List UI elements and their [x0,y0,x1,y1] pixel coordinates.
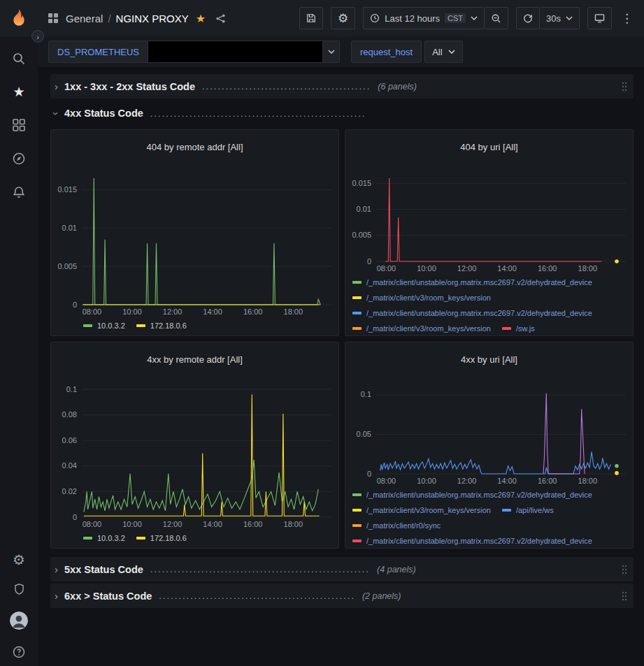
series-swatch-icon [352,493,362,496]
row-4xx[interactable]: › 4xx Status Code ......................… [50,103,634,124]
time-range-picker[interactable]: Last 12 hours CST [363,7,485,29]
chart-legend: 10.0.3.2172.18.0.6 [51,317,338,335]
breadcrumb-separator: / [108,13,110,24]
row-drag-handle-icon[interactable] [621,81,629,92]
legend-item[interactable]: 172.18.0.6 [136,531,187,545]
legend-item[interactable]: /api/live/ws [502,503,554,517]
favorite-star-icon[interactable]: ★ [196,12,206,25]
row-drag-handle-icon[interactable] [621,564,629,575]
timeseries-chart[interactable]: 00.0050.010.01508:0010:0012:0014:0016:00… [345,165,633,274]
explore-compass-icon[interactable] [12,152,26,166]
timezone-badge: CST [445,13,466,23]
chart-legend: 10.0.3.2172.18.0.6 [51,530,338,548]
legend-item[interactable]: 10.0.3.2 [83,319,125,333]
variable-ds-prometheus: DS_PROMETHEUS [48,41,340,63]
svg-text:08:00: 08:00 [83,520,102,528]
row-leader-dots: ........................................… [150,108,366,119]
svg-text:08:00: 08:00 [377,477,396,485]
series-name: /_matrix/client/v3/room_keys/version [366,506,491,514]
svg-text:0.015: 0.015 [57,184,77,193]
sidebar-expand-arrow[interactable]: › [31,30,44,43]
series-swatch-icon [352,524,362,527]
panel-title[interactable]: 404 by uri [All] [345,138,633,157]
series-swatch-icon [352,540,362,542]
chart-canvas: 00.0050.010.01508:0010:0012:0014:0016:00… [51,165,338,317]
series-swatch-icon [502,509,511,512]
panel-4xx-by-uri: 4xx by uri [All] 00.050.108:0010:0012:00… [345,342,634,549]
series-name: /api/live/ws [516,506,554,514]
series-name: /_matrix/client/unstable/org.matrix.msc2… [366,537,592,545]
tv-mode-button[interactable] [587,7,612,29]
help-question-icon[interactable] [12,645,26,659]
variable-request-host-value: All [432,47,442,57]
row-1xx-3xx-2xx[interactable]: › 1xx - 3xx - 2xx Status Code ..........… [50,74,634,99]
dashboard-settings-button[interactable]: ⚙ [331,7,355,29]
search-icon[interactable] [12,52,26,66]
legend-item[interactable]: /_matrix/client/r0/sync [352,519,441,533]
apps-grid-icon[interactable] [48,13,59,24]
row-panel-count: (4 panels) [377,565,416,574]
svg-text:18:00: 18:00 [578,477,598,485]
chevron-down-icon [328,50,335,54]
configuration-gear-icon[interactable]: ⚙ [13,553,25,567]
legend-item[interactable]: /_matrix/client/unstable/org.matrix.msc2… [352,306,592,320]
row-title: 1xx - 3xx - 2xx Status Code [64,81,195,92]
svg-text:14:00: 14:00 [203,520,222,528]
timeseries-chart[interactable]: 00.050.108:0010:0012:0014:0016:0018:00 [345,377,633,486]
row-6xx[interactable]: › 6xx > Status Code ....................… [50,584,634,608]
panel-title[interactable]: 4xx by remote addr [All] [51,350,338,370]
variable-ds-caret[interactable] [323,41,340,63]
row-drag-handle-icon[interactable] [621,591,629,602]
share-icon[interactable] [215,13,226,24]
dashboard-title[interactable]: NGINX PROXY [116,13,189,24]
timeseries-chart[interactable]: 00.0050.010.01508:0010:0012:0014:0016:00… [51,165,338,317]
variable-ds-label[interactable]: DS_PROMETHEUS [48,41,148,63]
save-dashboard-button[interactable] [299,7,323,29]
dashboards-icon[interactable] [12,118,26,132]
svg-text:0: 0 [367,256,371,265]
zoom-out-time-button[interactable] [485,7,508,29]
series-swatch-icon [136,537,145,540]
svg-text:14:00: 14:00 [497,477,517,485]
alerting-bell-icon[interactable] [12,185,26,199]
zoom-out-icon [491,13,501,24]
grafana-app: General / NGINX PROXY ★ ⚙ [0,0,644,666]
series-name: 172.18.0.6 [150,321,187,330]
svg-text:0.1: 0.1 [361,390,371,398]
user-avatar[interactable] [10,611,28,630]
svg-text:12:00: 12:00 [457,264,477,273]
svg-text:14:00: 14:00 [497,264,517,273]
svg-text:0.01: 0.01 [357,205,371,213]
server-admin-shield-icon[interactable] [13,582,26,596]
chart-canvas: 00.020.040.060.080.108:0010:0012:0014:00… [51,377,338,530]
timeseries-chart[interactable]: 00.020.040.060.080.108:0010:0012:0014:00… [51,377,338,530]
panel-title[interactable]: 4xx by uri [All] [345,350,633,370]
legend-item[interactable]: /_matrix/client/v3/room_keys/version [352,321,491,335]
grafana-logo[interactable] [0,8,38,29]
refresh-dashboard-button[interactable] [516,7,540,29]
legend-item[interactable]: /_matrix/client/v3/room_keys/version [352,291,491,305]
legend-item[interactable]: /_matrix/client/unstable/org.matrix.msc2… [352,275,592,289]
refresh-interval-picker[interactable]: 30s [540,7,580,29]
chevron-right-icon: › [55,590,58,602]
legend-item[interactable]: /_matrix/client/unstable/org.matrix.msc2… [352,534,592,548]
variable-ds-value-dropdown[interactable] [148,41,323,63]
svg-text:18:00: 18:00 [578,264,598,273]
svg-text:0.02: 0.02 [62,486,77,495]
legend-item[interactable]: 10.0.3.2 [83,531,125,545]
panel-title[interactable]: 404 by remote addr [All] [51,138,338,157]
legend-item[interactable]: 172.18.0.6 [136,319,187,333]
svg-text:12:00: 12:00 [163,307,183,316]
legend-item[interactable]: /sw.js [502,321,535,335]
chevron-down-icon [448,50,455,54]
breadcrumb-section[interactable]: General [66,13,103,24]
kebab-menu-icon[interactable]: ⋮ [618,11,636,26]
starred-dashboards-icon[interactable]: ★ [13,85,24,99]
legend-item[interactable]: /_matrix/client/unstable/org.matrix.msc2… [352,488,592,502]
variable-request-host-value-dropdown[interactable]: All [424,41,462,63]
variable-request-host-label[interactable]: request_host [351,41,422,63]
svg-text:0.005: 0.005 [352,231,371,239]
series-name: /_matrix/client/unstable/org.matrix.msc2… [366,278,592,287]
legend-item[interactable]: /_matrix/client/v3/room_keys/version [352,503,491,517]
row-5xx[interactable]: › 5xx Status Code ......................… [50,557,634,581]
